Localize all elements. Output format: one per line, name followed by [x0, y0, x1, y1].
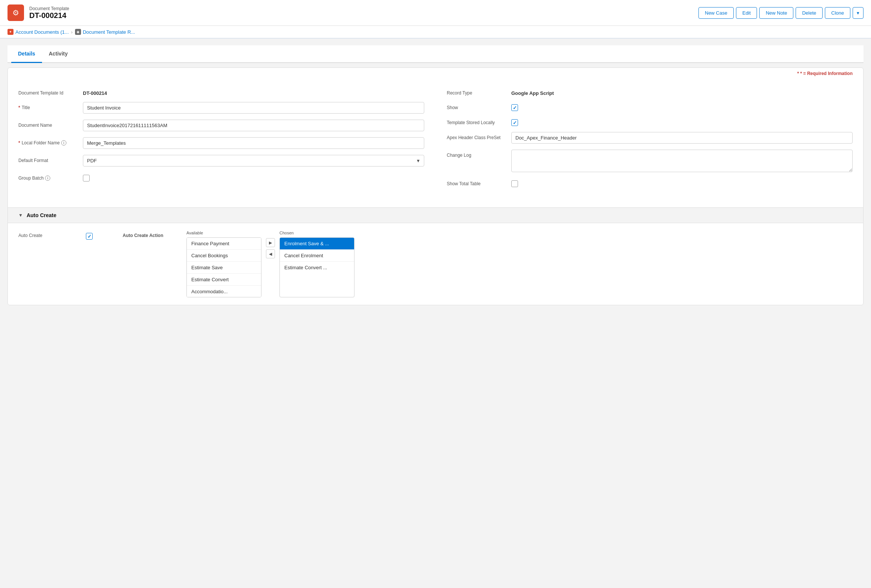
edit-button[interactable]: Edit [736, 7, 757, 19]
available-item-3[interactable]: Estimate Convert [187, 274, 261, 286]
local-folder-name-input[interactable] [83, 137, 424, 149]
local-folder-name-label: * Local Folder Name i [18, 137, 78, 146]
breadcrumb-item-1[interactable]: ✦ Account Documents (1... [8, 29, 69, 35]
change-log-textarea[interactable] [511, 150, 853, 172]
document-name-input[interactable] [83, 120, 424, 131]
gear-icon: ⚙ [8, 4, 24, 21]
tab-details[interactable]: Details [11, 45, 42, 63]
field-local-folder-name: * Local Folder Name i [18, 137, 424, 149]
breadcrumb: ✦ Account Documents (1... › ◉ Document T… [0, 26, 871, 39]
auto-create-checkbox[interactable] [86, 233, 93, 240]
apex-header-input[interactable] [511, 132, 853, 144]
header-left: ⚙ Document Template DT-000214 [8, 4, 69, 21]
breadcrumb-label-2: Document Template R... [83, 29, 135, 35]
field-template-stored-locally: Template Stored Locally [447, 117, 853, 126]
required-info: * * = Required Information [8, 68, 863, 76]
page-header: ⚙ Document Template DT-000214 New Case E… [0, 0, 871, 26]
doc-template-id-value: DT-000214 [83, 87, 424, 96]
chosen-listbox[interactable]: Enrolment Save & ... Cancel Enrolment Es… [279, 237, 354, 297]
show-total-table-checkbox[interactable] [511, 180, 518, 187]
change-log-label: Change Log [447, 150, 507, 158]
breadcrumb-item-2[interactable]: ◉ Document Template R... [75, 29, 135, 35]
show-label: Show [447, 102, 507, 110]
auto-create-action-label: Auto Create Action [123, 231, 179, 238]
clone-button[interactable]: Clone [825, 7, 850, 19]
delete-button[interactable]: Delete [796, 7, 823, 19]
template-stored-locally-label: Template Stored Locally [447, 117, 507, 125]
group-batch-info-icon[interactable]: i [45, 176, 50, 181]
move-left-button[interactable]: ◀ [266, 249, 275, 258]
new-case-button[interactable]: New Case [698, 7, 734, 19]
group-batch-checkbox[interactable] [83, 175, 90, 182]
field-show: Show [447, 102, 853, 111]
chosen-listbox-container: Chosen Enrolment Save & ... Cancel Enrol… [279, 231, 354, 297]
dual-listbox: Available Finance Payment Cancel Booking… [186, 231, 853, 297]
more-actions-button[interactable]: ▾ [853, 7, 863, 19]
chosen-label: Chosen [279, 231, 354, 235]
breadcrumb-label-1: Account Documents (1... [15, 29, 69, 35]
show-checkbox[interactable] [511, 104, 518, 111]
breadcrumb-icon-2: ◉ [75, 29, 81, 35]
apex-header-label: Apex Header Class PreSet [447, 132, 507, 140]
field-record-type: Record Type Google App Script [447, 87, 853, 96]
available-item-4[interactable]: Accommodatio... [187, 286, 261, 297]
card-body: Document Template Id DT-000214 * Title D… [8, 76, 863, 207]
form-grid: Document Template Id DT-000214 * Title D… [18, 84, 853, 197]
form-right: Record Type Google App Script Show Templ… [447, 84, 853, 197]
chosen-item-2[interactable]: Estimate Convert ... [280, 262, 354, 273]
auto-create-section-body: Auto Create Auto Create Action Available… [8, 223, 863, 305]
default-format-label: Default Format [18, 155, 78, 163]
new-note-button[interactable]: New Note [759, 7, 793, 19]
record-type-field-label: Record Type [447, 87, 507, 96]
record-type-label: Document Template [29, 6, 69, 11]
header-titles: Document Template DT-000214 [29, 6, 69, 20]
collapse-chevron-icon: ▼ [18, 213, 23, 218]
main-content: Details Activity * * = Required Informat… [0, 39, 871, 582]
header-actions: New Case Edit New Note Delete Clone ▾ [698, 7, 863, 19]
field-document-name: Document Name [18, 120, 424, 131]
group-batch-label: Group Batch i [18, 172, 78, 181]
available-label: Available [186, 231, 261, 235]
breadcrumb-icon-1: ✦ [8, 29, 14, 35]
title-label: * Title [18, 102, 78, 110]
move-right-button[interactable]: ▶ [266, 238, 275, 247]
title-input[interactable] [83, 102, 424, 114]
title-required: * [18, 105, 20, 110]
available-item-1[interactable]: Cancel Bookings [187, 250, 261, 262]
default-format-select[interactable]: PDF Word Excel [83, 155, 424, 166]
field-change-log: Change Log [447, 150, 853, 172]
tabs-bar: Details Activity [8, 45, 863, 63]
details-card: * * = Required Information Document Temp… [8, 68, 863, 305]
tab-activity[interactable]: Activity [42, 45, 75, 63]
breadcrumb-separator: › [71, 29, 72, 35]
listbox-arrows: ▶ ◀ [264, 238, 276, 258]
default-format-wrapper: PDF Word Excel ▼ [83, 155, 424, 166]
record-id: DT-000214 [29, 11, 69, 20]
chosen-item-0[interactable]: Enrolment Save & ... [280, 238, 354, 250]
field-doc-template-id: Document Template Id DT-000214 [18, 87, 424, 96]
auto-create-row: Auto Create Auto Create Action Available… [18, 231, 853, 297]
available-item-2[interactable]: Estimate Save [187, 262, 261, 274]
template-stored-locally-checkbox[interactable] [511, 119, 518, 126]
auto-create-section-title: Auto Create [27, 212, 56, 218]
field-title: * Title [18, 102, 424, 114]
field-default-format: Default Format PDF Word Excel ▼ [18, 155, 424, 166]
available-listbox[interactable]: Finance Payment Cancel Bookings Estimate… [186, 237, 261, 297]
show-total-table-label: Show Total Table [447, 178, 507, 186]
local-folder-required: * [18, 140, 20, 146]
required-asterisk: * [797, 71, 799, 76]
form-left: Document Template Id DT-000214 * Title D… [18, 84, 424, 197]
doc-template-id-label: Document Template Id [18, 87, 78, 96]
chosen-item-1[interactable]: Cancel Enrolment [280, 250, 354, 262]
field-group-batch: Group Batch i [18, 172, 424, 182]
record-type-value: Google App Script [511, 87, 853, 96]
available-listbox-container: Available Finance Payment Cancel Booking… [186, 231, 261, 297]
field-apex-header: Apex Header Class PreSet [447, 132, 853, 144]
document-name-label: Document Name [18, 120, 78, 128]
auto-create-label: Auto Create [18, 231, 78, 238]
field-show-total-table: Show Total Table [447, 178, 853, 187]
auto-create-section-header[interactable]: ▼ Auto Create [8, 207, 863, 223]
local-folder-info-icon[interactable]: i [61, 140, 66, 146]
available-item-0[interactable]: Finance Payment [187, 238, 261, 250]
